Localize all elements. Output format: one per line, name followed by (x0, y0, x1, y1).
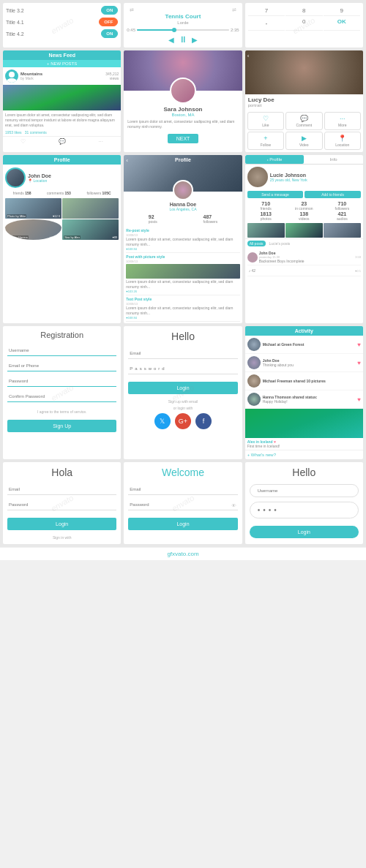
like-icon[interactable]: ♡ (20, 138, 26, 145)
registration-card: envato Registration I agree to the terms… (3, 326, 121, 459)
progress-fill (137, 29, 173, 31)
svg-point-0 (9, 72, 15, 78)
more-icon[interactable]: ··· (98, 138, 103, 145)
welcome-title: Welcome (128, 467, 237, 478)
lucie-message-btn[interactable]: Send a message (247, 191, 304, 198)
comment-icon2: 💬 (300, 115, 308, 122)
lucie-stat-audios: 421audios (324, 211, 361, 221)
signup-button[interactable]: Sign Up (7, 420, 116, 432)
play-button[interactable]: ⏸ (179, 34, 187, 45)
activity-item-4: Hanna Thomson shared status: Happy Holid… (245, 390, 363, 409)
lucie-stat-followers: 710followers (324, 201, 361, 211)
location-icon: 📍 (338, 135, 346, 142)
activity-desc-4: Happy Holiday! (263, 399, 288, 404)
hanna-post3-text: Lorem ipsum dolor sit amet, consectetur … (126, 306, 239, 315)
next-button[interactable]: ▶ (192, 36, 198, 44)
confirm-password-input[interactable] (7, 391, 116, 402)
lucie-profile-card: ‹ Profile Info Lucie Johnson 25 years ol… (245, 155, 363, 323)
setting-title-3: Title 3.2 (6, 8, 24, 13)
welcome-login-button[interactable]: Login (128, 518, 237, 530)
lucie-photo-1 (247, 223, 285, 238)
lucy-more-btn[interactable]: ··· More (324, 112, 361, 130)
toggle-off[interactable]: OFF (99, 18, 118, 26)
lucy-back-button[interactable]: ‹ (247, 53, 250, 59)
setting-row-1: Title 3.2 ON (6, 6, 118, 15)
eye-icon[interactable]: 👁 (231, 502, 236, 507)
key-ok[interactable]: OK (324, 17, 360, 31)
lucie-stat-incommon: 23in common (285, 201, 323, 211)
hello2-login-button[interactable]: Login (250, 526, 359, 538)
john-stats: friends 158 comments 153 followers 105C (3, 189, 121, 197)
stat-posts: 92 posts (149, 214, 157, 224)
hola-login-button[interactable]: Login (7, 518, 116, 530)
toggle-on-1[interactable]: ON (101, 6, 118, 15)
new-posts-bar[interactable]: + NEW POSTS (3, 60, 121, 67)
profile-location: Boston, MA (124, 113, 242, 117)
lucie-friend-btn[interactable]: Add to friends (305, 191, 361, 198)
activity-avatar-4 (247, 393, 261, 406)
key-0[interactable]: 0 (285, 17, 322, 31)
hanna-name-area: Hanna Doe Los Angeles, CA (124, 202, 242, 211)
facebook-button[interactable]: f (195, 413, 212, 429)
lucy-comment-btn[interactable]: 💬 Comment (285, 112, 322, 130)
hola-password-input[interactable] (7, 499, 116, 510)
lucy-location-btn[interactable]: 📍 Location (324, 132, 361, 150)
activity-item-3: Michael Freeman shared 10 pictures (245, 372, 363, 390)
key-dot[interactable]: · (248, 17, 285, 31)
progress-track[interactable] (137, 29, 229, 31)
progress-thumb (172, 28, 176, 32)
hanna-back-button[interactable]: ‹ (126, 157, 128, 164)
prev-button[interactable]: ◀ (168, 36, 174, 44)
lucy-subtitle: portrait (245, 103, 363, 110)
comment-icon[interactable]: 💬 (59, 138, 66, 145)
repeat-icon[interactable]: ⇌ (232, 7, 236, 13)
profile-center-card: Sara Johnson Boston, MA Lorem ipsum dolo… (124, 50, 242, 152)
key-9[interactable]: 9 (324, 6, 360, 16)
whats-new-button[interactable]: + What's new? (245, 450, 363, 459)
john-header: Profile (3, 155, 121, 165)
hanna-post2-date: 10/09/13 (126, 260, 239, 263)
password-input[interactable] (7, 376, 116, 387)
shuffle-icon[interactable]: ⇄ (130, 7, 134, 13)
lucie-all-posts-tab[interactable]: All posts (247, 241, 266, 246)
lucie-info-area: Lucie Johnson 25 years old, New York (245, 165, 363, 189)
activity-avatar-3 (247, 374, 261, 388)
activity-heart-1[interactable]: ♥ (357, 341, 361, 348)
welcome-password-input[interactable] (128, 499, 237, 510)
key-8[interactable]: 8 (285, 6, 322, 16)
comment-label: Comment (296, 123, 312, 127)
lucie-name: Lucie Johnson (270, 173, 307, 178)
lucie-feed-meta-1: 3:59 (355, 255, 361, 259)
stat-comments: comments 153 (47, 191, 71, 195)
email-phone-input[interactable] (7, 361, 116, 371)
lucie-own-posts-tab[interactable]: Lucie's posts (267, 241, 293, 246)
activity-text-3: Michael Freeman shared 10 pictures (263, 379, 361, 384)
music-time-start: 0:45 (127, 28, 135, 32)
lucy-video-btn[interactable]: ▶ Video (285, 132, 322, 150)
username-input[interactable] (7, 345, 116, 356)
hello-email-input[interactable] (128, 348, 237, 359)
hola-email-input[interactable] (7, 484, 116, 495)
lucie-tab-profile[interactable]: ‹ Profile (245, 155, 305, 164)
lucy-follow-btn[interactable]: + Follow (247, 132, 284, 150)
hanna-post2-likes: ♥103 26 (126, 290, 239, 293)
google-button[interactable]: G+ (175, 413, 191, 429)
lucy-like-btn[interactable]: ♡ Like (247, 112, 284, 130)
stat-friends: friends 158 (13, 191, 31, 195)
lucie-tab-info[interactable]: Info (304, 155, 363, 164)
activity-heart-4[interactable]: ♥ (357, 396, 361, 403)
toggle-on-2[interactable]: ON (101, 29, 118, 38)
profile-next-button[interactable]: NEXT (168, 134, 199, 143)
hello-password-input[interactable] (128, 363, 237, 374)
activity-iceland-image (245, 409, 363, 438)
hello2-username-input[interactable] (250, 484, 359, 497)
stat-followers: 487 followers (203, 214, 218, 224)
key-7[interactable]: 7 (248, 6, 285, 16)
more-label: More (338, 123, 346, 127)
twitter-button[interactable]: 𝕏 (154, 413, 171, 429)
activity-heart-2[interactable]: ♥ (357, 360, 361, 366)
hello-login-button[interactable]: Login (128, 382, 237, 394)
more-dots-icon: ··· (340, 115, 346, 122)
welcome-email-input[interactable] (128, 484, 237, 495)
hello-or-text: or login with (128, 406, 237, 410)
